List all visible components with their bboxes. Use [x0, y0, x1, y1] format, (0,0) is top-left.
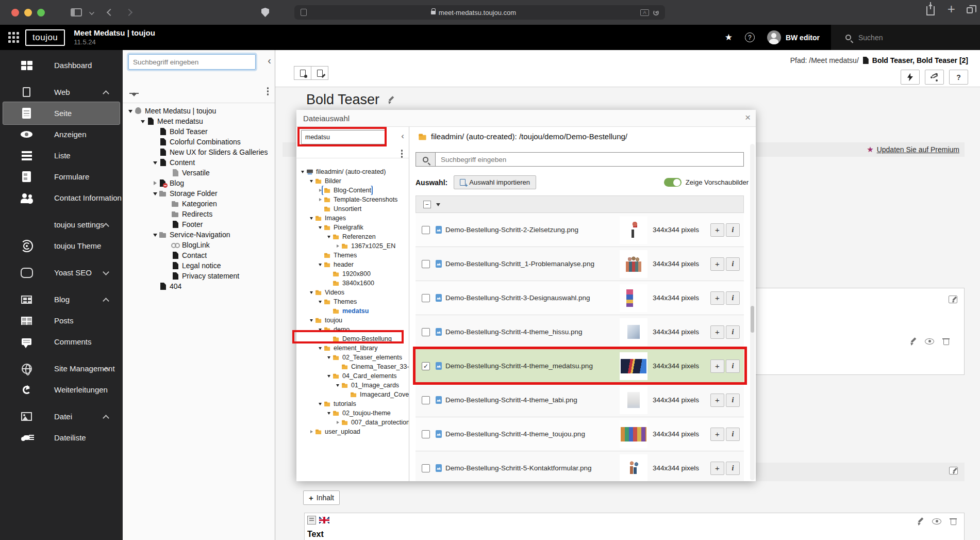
- file-row[interactable]: Demo-Bestellung-Schritt-3-Designauswahl.…: [416, 281, 744, 315]
- folder-tree-item[interactable]: 01_Image_cards: [296, 381, 409, 390]
- folder-tree-item[interactable]: Template-Screenshots: [296, 195, 409, 204]
- module-menu-icon[interactable]: [8, 32, 11, 35]
- file-checkbox[interactable]: ✓: [422, 362, 430, 370]
- file-info-button[interactable]: i: [726, 394, 740, 407]
- add-file-button[interactable]: +: [710, 428, 724, 441]
- toujou-logo[interactable]: toujou: [25, 29, 65, 46]
- bookmark-star-icon[interactable]: ★: [725, 32, 733, 43]
- folder-tree-item[interactable]: Videos: [296, 288, 409, 297]
- sidebar-item[interactable]: Site Management: [0, 358, 123, 379]
- folder-tree-item[interactable]: tutorials: [296, 399, 409, 408]
- page-tree-item[interactable]: Contact: [123, 250, 275, 260]
- tree-expander-icon[interactable]: [308, 289, 314, 296]
- page-tree-item[interactable]: Kategorien: [123, 199, 275, 209]
- folder-tree-item[interactable]: Imagecard_Cover_Var: [296, 390, 409, 399]
- sidebar-item[interactable]: Web: [0, 81, 123, 103]
- sidebar-item[interactable]: Blog: [0, 289, 123, 310]
- help-icon[interactable]: ?: [745, 32, 755, 42]
- folder-tree-item[interactable]: Cinema_Teaser_33-66: [296, 362, 409, 371]
- visibility-icon[interactable]: [925, 338, 934, 345]
- file-info-button[interactable]: i: [726, 359, 740, 373]
- tree-expander-icon[interactable]: [317, 189, 323, 192]
- edit-icon[interactable]: [916, 517, 924, 525]
- file-info-button[interactable]: i: [726, 223, 740, 237]
- file-info-button[interactable]: i: [726, 428, 740, 441]
- tree-expander-icon[interactable]: [139, 118, 146, 125]
- file-row[interactable]: ✓ Demo-Bestellung-Schritt-4-theme_medats…: [416, 349, 744, 383]
- file-info-button[interactable]: i: [726, 257, 740, 271]
- tree-expander-icon[interactable]: [317, 299, 323, 305]
- tree-expander-icon[interactable]: [317, 401, 323, 407]
- collapse-panel-icon[interactable]: ‹: [401, 131, 404, 141]
- view-webpage-button[interactable]: [294, 66, 311, 80]
- page-tree-item[interactable]: Meet medatsu: [123, 116, 275, 126]
- sidebar-item[interactable]: Dashboard: [0, 55, 123, 76]
- reload-icon[interactable]: [653, 10, 659, 15]
- dropdown-caret-icon[interactable]: [436, 203, 440, 208]
- tree-expander-icon[interactable]: [317, 345, 323, 351]
- pagetree-toolbar-icon[interactable]: [160, 74, 170, 83]
- file-row[interactable]: Demo-Bestellung-Schritt-2-Zielsetzung.pn…: [416, 213, 744, 247]
- page-tree-item[interactable]: Blog: [123, 178, 275, 188]
- new-tab-icon[interactable]: +: [948, 1, 955, 17]
- edit-element-icon[interactable]: [949, 296, 957, 303]
- folder-tree-item[interactable]: fileadmin/ (auto-created): [296, 167, 409, 176]
- sidebar-item[interactable]: Anzeigen: [0, 124, 123, 145]
- page-tree-item[interactable]: Footer: [123, 219, 275, 230]
- page-tree-item[interactable]: BlogLink: [123, 240, 275, 250]
- tree-expander-icon[interactable]: [308, 215, 314, 221]
- folder-tree-item[interactable]: 007_data_protection: [296, 418, 409, 427]
- file-info-button[interactable]: i: [726, 462, 740, 475]
- sidebar-item[interactable]: Posts: [0, 310, 123, 331]
- pagetree-toolbar-icon[interactable]: [238, 74, 247, 83]
- file-row[interactable]: Demo-Bestellung-Schritt-4-theme_hissu.pn…: [416, 315, 744, 349]
- file-row[interactable]: Demo-Bestellung-Schritt_1-Problemanalyse…: [416, 247, 744, 281]
- file-row[interactable]: Demo-Bestellung-Schritt-4-theme_tabi.png…: [416, 383, 744, 417]
- pagetree-toolbar-icon[interactable]: [145, 74, 154, 83]
- folder-tree-item[interactable]: Unsortiert: [296, 204, 409, 214]
- folder-tree-item[interactable]: header: [296, 260, 409, 269]
- edit-icon[interactable]: [909, 337, 917, 345]
- page-tree-item[interactable]: Versatile: [123, 168, 275, 178]
- tree-expander-icon[interactable]: [127, 107, 134, 115]
- page-tree-item[interactable]: Service-Navigation: [123, 230, 275, 240]
- chevron-down-icon[interactable]: [89, 10, 94, 15]
- sidebar-item[interactable]: Weiterleitungen: [0, 379, 123, 400]
- sidebar-item[interactable]: Datei: [0, 406, 123, 427]
- file-checkbox[interactable]: [422, 294, 430, 302]
- file-checkbox[interactable]: [422, 226, 430, 234]
- help-button[interactable]: ?: [949, 70, 968, 85]
- pagetree-toolbar-icon[interactable]: [222, 74, 231, 83]
- folder-search-input[interactable]: [301, 130, 385, 144]
- show-thumbnails-toggle[interactable]: [664, 178, 682, 187]
- add-file-button[interactable]: +: [710, 462, 724, 475]
- pagetree-toolbar-icon[interactable]: [207, 74, 216, 83]
- folder-tree-item[interactable]: Themes: [296, 251, 409, 260]
- file-checkbox[interactable]: [422, 396, 430, 404]
- sidebar-item[interactable]: Contact Information: [0, 187, 123, 208]
- file-checkbox[interactable]: [422, 464, 430, 472]
- folder-tree-item[interactable]: Pixelgrafik: [296, 223, 409, 232]
- avatar[interactable]: [767, 30, 781, 44]
- delete-icon[interactable]: [950, 518, 957, 525]
- file-info-button[interactable]: i: [726, 325, 740, 339]
- tree-expander-icon[interactable]: [152, 159, 159, 167]
- sidebar-toggle-icon[interactable]: [71, 8, 82, 17]
- more-options-icon[interactable]: [267, 87, 269, 89]
- folder-tree-item[interactable]: 02_toujou-theme: [296, 408, 409, 418]
- file-checkbox[interactable]: [422, 430, 430, 438]
- reader-icon[interactable]: [301, 9, 307, 16]
- sidebar-item[interactable]: Seite: [0, 103, 123, 124]
- more-options-icon[interactable]: [401, 150, 403, 152]
- tree-expander-icon[interactable]: [308, 178, 314, 184]
- folder-tree-item[interactable]: 1920x800: [296, 269, 409, 279]
- file-checkbox[interactable]: [422, 260, 430, 268]
- pagetree-toolbar-icon[interactable]: [191, 74, 201, 83]
- tree-expander-icon[interactable]: [335, 382, 341, 388]
- sidebar-item[interactable]: Liste: [0, 145, 123, 166]
- back-button[interactable]: [107, 9, 114, 16]
- window-close-button[interactable]: [11, 9, 19, 17]
- user-name[interactable]: BW editor: [786, 34, 820, 42]
- file-row[interactable]: Demo-Bestellung-Schritt-5-Kontaktformula…: [416, 451, 744, 481]
- add-content-button[interactable]: + Inhalt: [303, 490, 340, 505]
